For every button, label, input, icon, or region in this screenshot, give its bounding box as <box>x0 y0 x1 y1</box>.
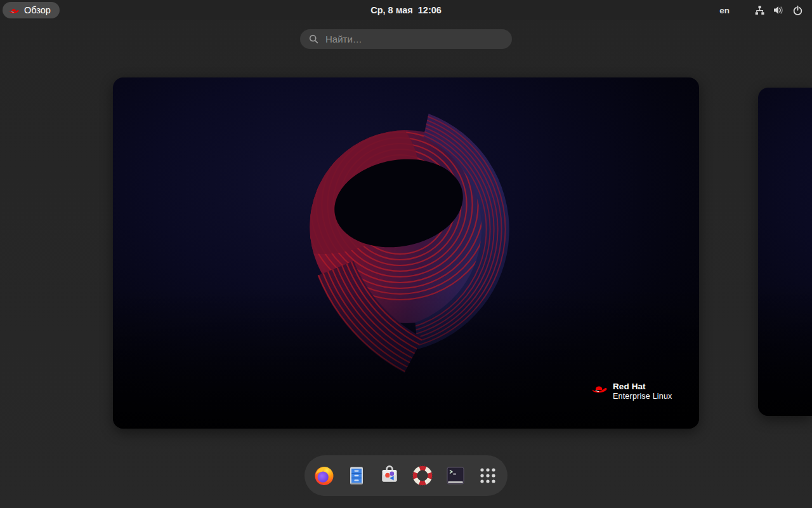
redhat-fedora-icon <box>9 6 20 14</box>
rhel9-wallpaper <box>113 77 699 429</box>
workspace-thumbnail-next[interactable] <box>758 88 812 416</box>
rhel-logo-product: Enterprise Linux <box>613 392 672 401</box>
search-icon <box>309 34 318 44</box>
dock-item-help[interactable] <box>409 462 436 489</box>
network-wired-icon[interactable] <box>750 0 769 20</box>
search-field[interactable] <box>300 29 512 49</box>
terminal-icon <box>444 464 467 487</box>
dock-item-files[interactable] <box>343 462 370 489</box>
firefox-icon <box>313 464 336 487</box>
volume-high-icon[interactable] <box>769 0 788 20</box>
dock-item-app-grid[interactable] <box>475 462 501 489</box>
top-bar: Обзор Ср, 8 мая 12:06 en <box>0 0 812 20</box>
redhat-fedora-icon <box>591 382 608 394</box>
rhel9-wallpaper <box>758 88 812 416</box>
help-lifesaver-icon <box>411 464 434 487</box>
dock-item-firefox[interactable] <box>311 462 337 489</box>
overview-button[interactable]: Обзор <box>3 2 60 18</box>
files-icon <box>345 464 368 487</box>
rhel-logo-brand: Red Hat <box>613 382 672 392</box>
software-icon <box>378 464 401 487</box>
dash-dock <box>304 455 508 496</box>
app-grid-icon <box>476 464 499 487</box>
search-input[interactable] <box>324 33 504 45</box>
keyboard-layout-indicator[interactable]: en <box>714 6 735 15</box>
dock-item-terminal[interactable] <box>442 462 469 489</box>
rhel-wallpaper-logo: Red Hat Enterprise Linux <box>591 382 672 401</box>
system-status-area: en <box>714 0 807 20</box>
overview-button-label: Обзор <box>24 5 51 15</box>
power-icon[interactable] <box>788 0 807 20</box>
dock-item-software[interactable] <box>376 462 403 489</box>
clock-date-button[interactable]: Ср, 8 мая 12:06 <box>370 0 442 20</box>
workspace-thumbnail-current[interactable]: Red Hat Enterprise Linux <box>113 77 699 429</box>
